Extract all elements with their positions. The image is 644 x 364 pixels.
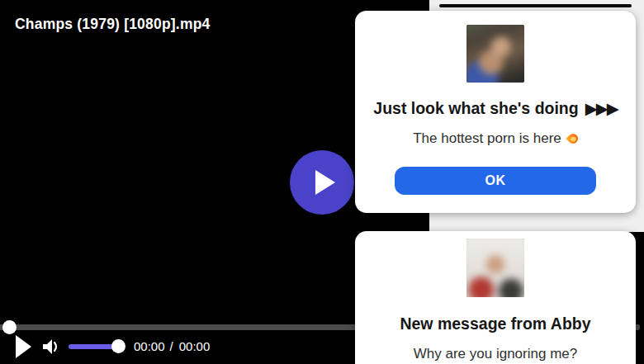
current-time: 00:00 <box>134 339 165 353</box>
ad-popup-2-thumbnail[interactable] <box>466 239 524 297</box>
background-card-top-edge <box>439 4 632 7</box>
time-separator: / <box>170 339 173 353</box>
volume-icon[interactable] <box>42 337 60 357</box>
play-button[interactable] <box>16 335 31 358</box>
blurred-photo-icon <box>466 25 524 83</box>
blurred-photo-icon <box>466 239 524 297</box>
time-display: 00:00/00:00 <box>134 339 210 353</box>
ad-popup-2-heading: New message from Abby <box>367 314 624 333</box>
duration: 00:00 <box>179 339 211 353</box>
play-overlay-button[interactable] <box>290 150 354 215</box>
volume-slider-handle[interactable] <box>111 339 125 353</box>
video-player-page: Champs (1979) [1080p].mp4 00:00/00:00 Ju… <box>0 0 644 364</box>
ad-popup-1-thumbnail[interactable] <box>466 25 524 83</box>
ok-button[interactable]: OK <box>395 167 596 195</box>
play-icon <box>315 170 335 195</box>
ad-popup-2-message: Why are you ignoring me? <box>367 346 624 362</box>
ad-popup-1-subtitle: The hottest porn is here <box>367 130 624 147</box>
video-title: Champs (1979) [1080p].mp4 <box>15 16 210 33</box>
ad-popup-2[interactable]: New message from Abby Why are you ignori… <box>355 231 636 364</box>
ad-popup-1[interactable]: Just look what she's doing▶▶▶ The hottes… <box>355 11 636 213</box>
flame-icon <box>566 132 580 146</box>
ad-popup-1-heading: Just look what she's doing▶▶▶ <box>367 99 624 117</box>
seek-bar-handle[interactable] <box>2 320 17 334</box>
triple-play-arrows-icon: ▶▶▶ <box>585 99 618 117</box>
